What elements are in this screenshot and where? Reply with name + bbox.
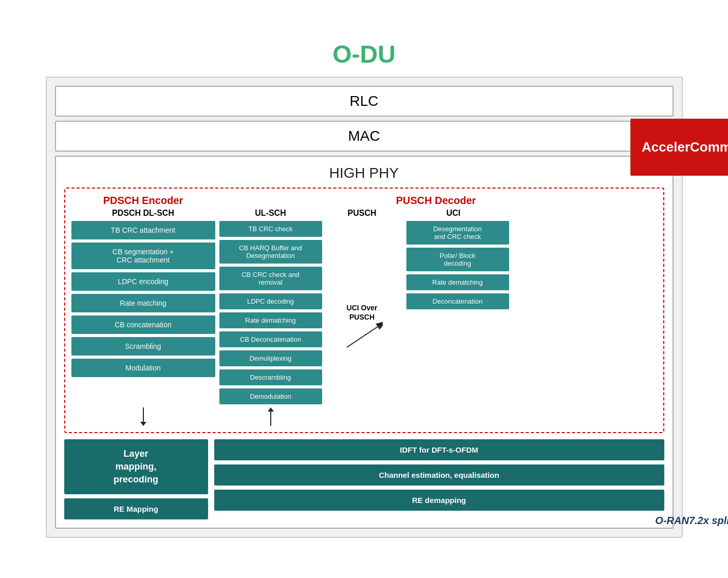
mac-box: MAC: [55, 121, 674, 152]
pdsch-item-5: Scrambling: [71, 337, 215, 356]
pdsch-item-6: Modulation: [71, 359, 215, 377]
ulsch-item-3: LDPC decoding: [219, 293, 322, 309]
channel-estimation-box: Channel estimation, equalisation: [214, 464, 664, 486]
pusch-col: UCI OverPUSCH: [326, 221, 398, 404]
uci-over-pusch-area: UCI OverPUSCH: [342, 303, 383, 352]
bottom-section: Layermapping,precoding RE Mapping IDFT f…: [64, 439, 664, 520]
pdsch-item-1: CB segmentation +CRC attachment: [71, 243, 215, 269]
uci-item-2: Rate dematching: [406, 274, 509, 290]
ulsch-item-2: CB CRC check andremoval: [219, 267, 322, 290]
rlc-box: RLC: [55, 86, 674, 117]
re-demapping-box: RE demapping: [214, 490, 664, 511]
page-wrapper: O-DU RLC MAC HIGH PHY PDSCH Encoder PUSC…: [35, 30, 693, 549]
pdsch-arrow: [71, 407, 215, 426]
ulsch-item-0: TB CRC check: [219, 221, 322, 237]
uci-over-pusch-label: UCI OverPUSCH: [347, 303, 378, 322]
uci-item-0: Desegmentationand CRC check: [406, 221, 509, 245]
svg-marker-3: [140, 422, 146, 426]
svg-marker-4: [268, 407, 274, 412]
col-header-pusch: PUSCH: [326, 209, 398, 218]
layer-mapping-box: Layermapping,precoding: [64, 439, 208, 495]
highphy-title: HIGH PHY: [64, 165, 664, 181]
col-header-ulsch: UL-SCH: [219, 209, 322, 218]
ulsch-col: TB CRC check CB HARQ Buffer andDesegment…: [219, 221, 322, 404]
re-mapping-box: RE Mapping: [64, 498, 208, 519]
ulsch-item-6: Demuliplexing: [219, 350, 322, 366]
bottom-left: Layermapping,precoding RE Mapping: [64, 439, 208, 520]
accel-comm-box: AccelerComm: [630, 119, 729, 176]
oran-split-label: O-RAN7.2x split: [655, 515, 728, 527]
uci-col: Desegmentationand CRC check Polar/ Block…: [406, 221, 509, 404]
bottom-arrows-row: [71, 407, 657, 426]
pdsch-col: TB CRC attachment CB segmentation +CRC a…: [71, 221, 215, 404]
main-cols: TB CRC attachment CB segmentation +CRC a…: [71, 221, 657, 404]
odu-container: RLC MAC HIGH PHY PDSCH Encoder PUSCH Dec…: [46, 77, 683, 538]
ulsch-item-1: CB HARQ Buffer andDesegmentation: [219, 240, 322, 264]
odu-title: O-DU: [46, 40, 683, 68]
pdsch-item-3: Rate matching: [71, 294, 215, 312]
uci-item-3: Deconcatenation: [406, 293, 509, 309]
col-header-pdsch: PDSCH DL-SCH: [71, 209, 215, 218]
ulsch-item-7: Descrambling: [219, 369, 322, 385]
uci-item-1: Polar/ Blockdecoding: [406, 248, 509, 271]
ulsch-item-8: Demodulation: [219, 388, 322, 404]
uci-arrow-svg: [342, 322, 383, 352]
pusch-decoder-label: PUSCH Decoder: [215, 195, 657, 207]
highphy-container: HIGH PHY PDSCH Encoder PUSCH Decoder PDS…: [55, 156, 674, 529]
col-header-uci: UCI: [402, 209, 505, 218]
pdsch-item-2: LDPC encoding: [71, 272, 215, 291]
col-headers: PDSCH DL-SCH UL-SCH PUSCH UCI: [71, 209, 657, 218]
encoder-decoder-area: PDSCH Encoder PUSCH Decoder PDSCH DL-SCH…: [64, 188, 664, 433]
idft-box: IDFT for DFT-s-OFDM: [214, 439, 664, 460]
pdsch-item-0: TB CRC attachment: [71, 221, 215, 239]
svg-line-1: [347, 327, 378, 347]
pdsch-item-4: CB concatenation: [71, 315, 215, 334]
pdsch-encoder-label: PDSCH Encoder: [71, 195, 215, 207]
ulsch-item-4: Rate dematching: [219, 312, 322, 328]
enc-dec-labels: PDSCH Encoder PUSCH Decoder: [71, 195, 657, 207]
bottom-right: IDFT for DFT-s-OFDM Channel estimation, …: [214, 439, 664, 520]
ulsch-item-5: CB Deconcatenation: [219, 331, 322, 347]
ulsch-arrow: [219, 407, 322, 426]
